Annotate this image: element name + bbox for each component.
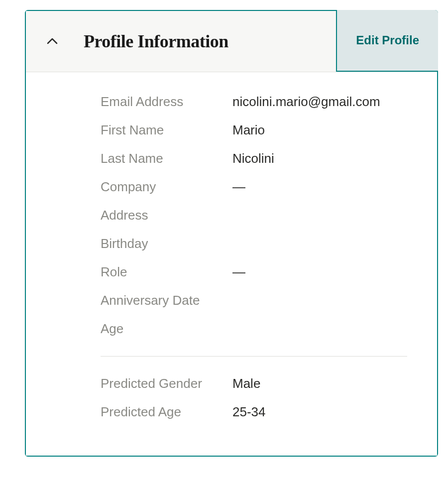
field-row: First Name Mario: [101, 121, 407, 140]
edit-profile-button[interactable]: Edit Profile: [336, 10, 438, 72]
section-divider: [101, 356, 407, 357]
field-label-last-name: Last Name: [101, 149, 218, 168]
field-value-email: nicolini.mario@gmail.com: [232, 92, 407, 112]
field-value-address: [232, 206, 407, 225]
card-title: Profile Information: [84, 31, 228, 52]
field-value-role: —: [232, 262, 407, 282]
field-row: Company —: [101, 177, 407, 197]
field-label-predicted-gender: Predicted Gender: [101, 374, 218, 393]
field-label-birthday: Birthday: [101, 234, 218, 253]
card-header-left[interactable]: Profile Information: [26, 11, 336, 72]
chevron-up-icon: [46, 35, 59, 48]
field-row: Predicted Gender Male: [101, 374, 407, 393]
field-row: Age: [101, 319, 407, 339]
field-row: Predicted Age 25-34: [101, 402, 407, 422]
predicted-fields: Predicted Gender Male Predicted Age 25-3…: [56, 374, 407, 422]
field-row: Last Name Nicolini: [101, 149, 407, 168]
field-label-company: Company: [101, 177, 218, 197]
field-value-company: —: [232, 177, 407, 197]
field-row: Address: [101, 206, 407, 225]
field-row: Email Address nicolini.mario@gmail.com: [101, 92, 407, 112]
field-label-first-name: First Name: [101, 121, 218, 140]
field-label-anniversary: Anniversary Date: [101, 291, 218, 310]
field-label-email: Email Address: [101, 92, 218, 112]
profile-information-card: Profile Information Edit Profile Email A…: [25, 10, 438, 457]
field-label-role: Role: [101, 262, 218, 282]
profile-fields: Email Address nicolini.mario@gmail.com F…: [56, 92, 407, 339]
field-label-address: Address: [101, 206, 218, 225]
field-row: Birthday: [101, 234, 407, 253]
card-body: Email Address nicolini.mario@gmail.com F…: [26, 72, 437, 456]
field-value-predicted-gender: Male: [232, 374, 407, 393]
field-value-first-name: Mario: [232, 121, 407, 140]
field-value-predicted-age: 25-34: [232, 402, 407, 422]
field-row: Role —: [101, 262, 407, 282]
field-value-anniversary: [232, 291, 407, 310]
field-value-age: [232, 319, 407, 339]
field-value-last-name: Nicolini: [232, 149, 407, 168]
field-row: Anniversary Date: [101, 291, 407, 310]
field-value-birthday: [232, 234, 407, 253]
field-label-age: Age: [101, 319, 218, 339]
card-header: Profile Information Edit Profile: [26, 11, 437, 72]
field-label-predicted-age: Predicted Age: [101, 402, 218, 422]
